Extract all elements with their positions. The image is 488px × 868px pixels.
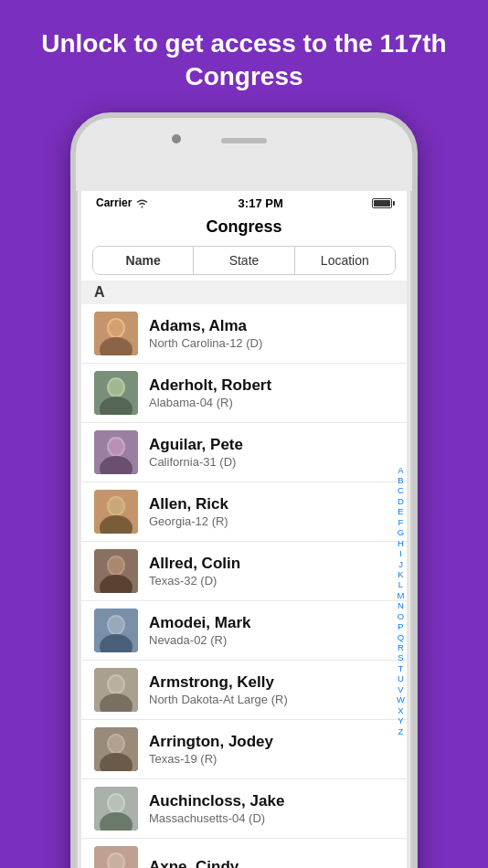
- avatar: [94, 371, 138, 415]
- status-left: Carrier: [96, 196, 149, 209]
- member-name: Allred, Colin: [149, 555, 394, 573]
- member-info: Amodei, Mark Nevada-02 (R): [149, 614, 394, 647]
- list-item[interactable]: Arrington, Jodey Texas-19 (R): [81, 720, 407, 779]
- alpha-letter[interactable]: R: [398, 643, 404, 652]
- member-name: Adams, Alma: [149, 317, 394, 335]
- member-info: Arrington, Jodey Texas-19 (R): [149, 733, 394, 766]
- alpha-letter[interactable]: J: [398, 560, 403, 569]
- member-district: Texas-19 (R): [149, 752, 394, 766]
- alpha-letter[interactable]: W: [397, 695, 405, 704]
- member-name: Allen, Rick: [149, 495, 394, 513]
- alpha-letter[interactable]: H: [398, 539, 404, 548]
- phone-top: [76, 118, 412, 191]
- segment-state[interactable]: State: [194, 247, 294, 274]
- alpha-letter[interactable]: U: [398, 674, 404, 683]
- alpha-letter[interactable]: G: [398, 528, 404, 537]
- status-bar: Carrier 3:17 PM: [81, 191, 407, 214]
- svg-point-3: [109, 320, 123, 336]
- member-name: Arrington, Jodey: [149, 733, 394, 751]
- members-list: Adams, Alma North Carolina-12 (D): [81, 304, 407, 868]
- alpha-letter[interactable]: D: [398, 497, 404, 506]
- svg-point-35: [109, 795, 123, 811]
- member-district: North Carolina-12 (D): [149, 336, 394, 350]
- alpha-letter[interactable]: N: [398, 601, 404, 610]
- alpha-letter[interactable]: T: [398, 664, 404, 673]
- alpha-letter[interactable]: F: [398, 518, 404, 527]
- member-name: Aderholt, Robert: [149, 376, 394, 395]
- member-district: Georgia-12 (R): [149, 514, 394, 528]
- segment-control: Name State Location: [92, 246, 396, 275]
- avatar: [94, 312, 138, 355]
- list-item[interactable]: Aguilar, Pete California-31 (D): [81, 423, 407, 482]
- avatar: [94, 787, 138, 831]
- avatar: [94, 609, 138, 652]
- svg-point-15: [109, 498, 123, 514]
- phone-wrapper: Carrier 3:17 PM Congress: [0, 112, 488, 868]
- member-name: Axne, Cindy: [149, 858, 394, 868]
- alpha-letter[interactable]: C: [398, 486, 404, 495]
- alpha-index[interactable]: ABCDEFGHIJKLMNOPQRSTUVWXYZ: [397, 304, 405, 868]
- alpha-letter[interactable]: O: [398, 612, 404, 621]
- avatar: [94, 668, 138, 712]
- list-item[interactable]: Aderholt, Robert Alabama-04 (R): [81, 364, 407, 423]
- phone-frame: Carrier 3:17 PM Congress: [70, 112, 418, 868]
- member-district: Massachusetts-04 (D): [149, 811, 394, 825]
- member-name: Amodei, Mark: [149, 614, 394, 632]
- avatar: [94, 549, 138, 593]
- segment-name[interactable]: Name: [93, 247, 194, 274]
- alpha-letter[interactable]: L: [398, 580, 403, 589]
- alpha-letter[interactable]: Z: [398, 727, 404, 736]
- alpha-letter[interactable]: Y: [398, 716, 403, 725]
- header-section: Unlock to get access to the 117th Congre…: [0, 0, 488, 112]
- list-item[interactable]: Axne, Cindy: [81, 839, 407, 868]
- svg-point-7: [109, 379, 123, 396]
- member-district: Nevada-02 (R): [149, 633, 394, 647]
- member-info: Allen, Rick Georgia-12 (R): [149, 495, 394, 528]
- member-district: California-31 (D): [149, 455, 394, 469]
- svg-point-27: [109, 676, 123, 693]
- alpha-letter[interactable]: P: [398, 622, 403, 631]
- speaker: [221, 138, 267, 143]
- avatar: [94, 490, 138, 534]
- alpha-letter[interactable]: M: [398, 591, 405, 600]
- segment-location[interactable]: Location: [295, 247, 395, 274]
- avatar: [94, 430, 138, 474]
- phone-screen: Carrier 3:17 PM Congress: [81, 191, 407, 868]
- alpha-letter[interactable]: X: [398, 706, 403, 715]
- alpha-letter[interactable]: Q: [398, 633, 404, 642]
- list-item[interactable]: Amodei, Mark Nevada-02 (R): [81, 601, 407, 661]
- member-name: Armstrong, Kelly: [149, 673, 394, 692]
- alpha-letter[interactable]: I: [399, 549, 402, 558]
- battery-icon: [372, 198, 392, 208]
- list-item[interactable]: Armstrong, Kelly North Dakota-At Large (…: [81, 661, 407, 720]
- member-district: Alabama-04 (R): [149, 396, 394, 409]
- camera: [172, 134, 181, 143]
- member-info: Adams, Alma North Carolina-12 (D): [149, 317, 394, 350]
- section-header-a: A: [81, 281, 407, 304]
- alpha-letter[interactable]: V: [398, 685, 403, 694]
- alpha-letter[interactable]: K: [398, 570, 403, 579]
- member-district: Texas-32 (D): [149, 574, 394, 587]
- alpha-letter[interactable]: A: [398, 466, 403, 475]
- alpha-letter[interactable]: E: [398, 507, 403, 516]
- alpha-letter[interactable]: S: [398, 653, 403, 662]
- svg-point-19: [109, 557, 123, 574]
- list-item[interactable]: Adams, Alma North Carolina-12 (D): [81, 304, 407, 364]
- alpha-letter[interactable]: B: [398, 476, 403, 485]
- carrier-label: Carrier: [96, 196, 132, 209]
- member-info: Aderholt, Robert Alabama-04 (R): [149, 376, 394, 409]
- svg-point-11: [109, 439, 123, 455]
- svg-point-23: [109, 617, 123, 633]
- member-district: North Dakota-At Large (R): [149, 693, 394, 706]
- member-info: Aguilar, Pete California-31 (D): [149, 436, 394, 469]
- avatar: [94, 846, 138, 868]
- status-time: 3:17 PM: [239, 196, 283, 210]
- status-right: [372, 198, 392, 208]
- list-item[interactable]: Allen, Rick Georgia-12 (R): [81, 482, 407, 542]
- member-info: Armstrong, Kelly North Dakota-At Large (…: [149, 673, 394, 706]
- promo-title: Unlock to get access to the 117th Congre…: [0, 0, 488, 112]
- list-item[interactable]: Allred, Colin Texas-32 (D): [81, 542, 407, 601]
- list-item[interactable]: Auchincloss, Jake Massachusetts-04 (D): [81, 779, 407, 839]
- avatar: [94, 727, 138, 771]
- member-info: Auchincloss, Jake Massachusetts-04 (D): [149, 792, 394, 825]
